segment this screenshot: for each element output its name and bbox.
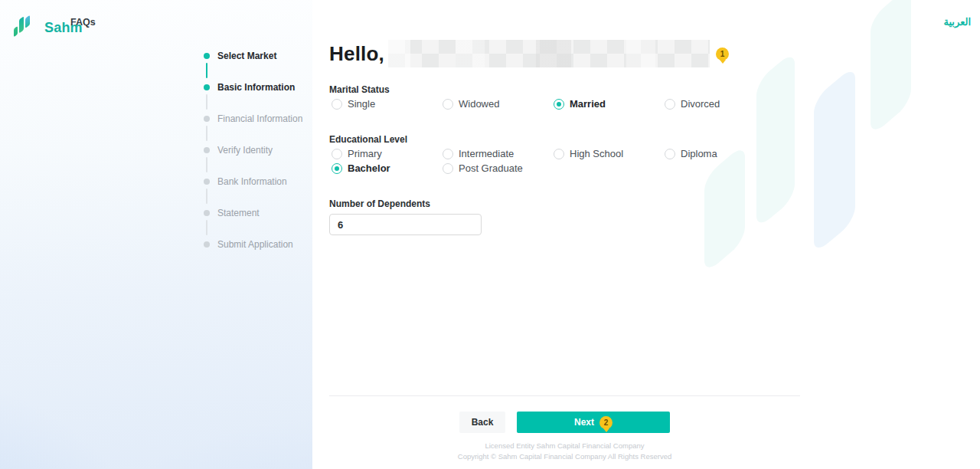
step-label: Statement xyxy=(217,208,260,218)
step-label: Bank Information xyxy=(217,176,287,187)
radio-option-widowed[interactable]: Widowed xyxy=(443,98,499,110)
language-switch-arabic[interactable]: العربية xyxy=(943,16,971,28)
next-button[interactable]: Next 2 xyxy=(517,412,670,433)
stepper-step-select-market[interactable]: Select Market xyxy=(204,51,276,61)
radio-label: Post Graduate xyxy=(459,162,523,174)
educational-level-group-row1: Primary Intermediate High School Diploma xyxy=(332,148,800,159)
step-dot xyxy=(204,147,210,153)
step-connector xyxy=(206,189,207,204)
radio-label: Intermediate xyxy=(459,148,514,159)
radio-label: Widowed xyxy=(459,98,499,110)
step-label: Select Market xyxy=(217,51,276,61)
radio-icon xyxy=(554,149,564,159)
radio-selected-icon xyxy=(332,163,342,174)
radio-label: Single xyxy=(348,98,375,110)
stepper-step-basic-information[interactable]: Basic Information xyxy=(204,82,295,92)
radio-option-single[interactable]: Single xyxy=(332,98,375,110)
step-dot xyxy=(204,179,210,185)
radio-icon xyxy=(332,99,342,110)
stepper-step-submit-application[interactable]: Submit Application xyxy=(204,239,293,249)
radio-option-intermediate[interactable]: Intermediate xyxy=(443,148,514,159)
greeting-row: Hello, 1 xyxy=(329,40,729,67)
radio-label: Primary xyxy=(348,148,382,159)
educational-level-label: Educational Level xyxy=(329,134,407,145)
radio-label: Diploma xyxy=(681,148,717,159)
radio-selected-icon xyxy=(554,99,564,110)
redacted-username xyxy=(388,40,710,67)
background-bar-shape xyxy=(756,50,795,230)
radio-option-bachelor[interactable]: Bachelor xyxy=(332,162,390,174)
radio-icon xyxy=(665,99,675,110)
step-connector xyxy=(206,63,207,78)
radio-option-diploma[interactable]: Diploma xyxy=(665,148,717,159)
marital-status-label: Marital Status xyxy=(329,84,390,95)
greeting-title: Hello, xyxy=(329,42,384,66)
dependents-input[interactable] xyxy=(329,214,482,235)
educational-level-group-row2: Bachelor Post Graduate xyxy=(332,162,800,173)
radio-option-married[interactable]: Married xyxy=(554,98,606,110)
radio-label: High School xyxy=(570,148,623,159)
footer-line-1: Licensed Entity Sahm Capital Financial C… xyxy=(329,441,800,451)
radio-icon xyxy=(443,99,453,110)
radio-option-high-school[interactable]: High School xyxy=(554,148,623,159)
onboarding-page: Sahm FAQs Select Market Basic Informatio… xyxy=(0,0,980,469)
annotation-badge-2: 2 xyxy=(599,416,612,429)
radio-icon xyxy=(332,149,342,159)
step-label: Submit Application xyxy=(217,239,293,250)
radio-label: Bachelor xyxy=(348,162,390,174)
divider xyxy=(329,395,800,396)
step-dot xyxy=(204,53,210,59)
step-label: Verify Identity xyxy=(217,145,273,156)
radio-icon xyxy=(443,163,453,174)
sidebar-panel: Sahm FAQs Select Market Basic Informatio… xyxy=(0,0,312,469)
step-label: Basic Information xyxy=(217,82,295,93)
back-button[interactable]: Back xyxy=(459,412,505,433)
step-connector xyxy=(206,157,207,172)
background-bar-shape xyxy=(814,64,855,254)
next-button-label: Next xyxy=(574,417,594,428)
radio-label: Divorced xyxy=(681,98,720,110)
radio-label: Married xyxy=(570,98,606,110)
radio-option-divorced[interactable]: Divorced xyxy=(665,98,720,110)
annotation-badge-1: 1 xyxy=(716,48,729,61)
faqs-link[interactable]: FAQs xyxy=(70,17,96,28)
step-dot xyxy=(204,84,210,90)
footer: Licensed Entity Sahm Capital Financial C… xyxy=(329,441,800,463)
radio-option-primary[interactable]: Primary xyxy=(332,148,382,159)
step-dot xyxy=(204,210,210,216)
step-connector xyxy=(206,126,207,141)
step-dot xyxy=(204,116,210,122)
footer-line-2: Copyright © Sahm Capital Financial Compa… xyxy=(329,451,800,462)
step-dot xyxy=(204,241,210,248)
stepper-step-bank-information[interactable]: Bank Information xyxy=(204,176,287,186)
stepper-step-financial-information[interactable]: Financial Information xyxy=(204,113,302,123)
step-connector xyxy=(206,220,207,235)
stepper-step-verify-identity[interactable]: Verify Identity xyxy=(204,145,273,155)
back-button-label: Back xyxy=(472,417,494,428)
dependents-label: Number of Dependents xyxy=(329,198,430,209)
radio-option-post-graduate[interactable]: Post Graduate xyxy=(443,162,523,174)
stepper-step-statement[interactable]: Statement xyxy=(204,208,260,218)
radio-icon xyxy=(665,149,675,159)
background-bar-shape xyxy=(871,0,911,136)
radio-icon xyxy=(443,149,453,159)
step-connector xyxy=(206,94,207,110)
marital-status-group: Single Widowed Married Divorced xyxy=(332,98,800,109)
sahm-logo-icon xyxy=(14,8,32,41)
step-label: Financial Information xyxy=(217,113,302,124)
